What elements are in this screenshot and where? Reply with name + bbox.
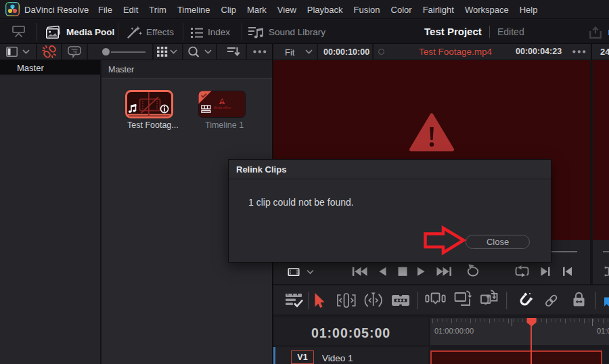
svg-text:Media offline: Media offline <box>214 106 231 110</box>
